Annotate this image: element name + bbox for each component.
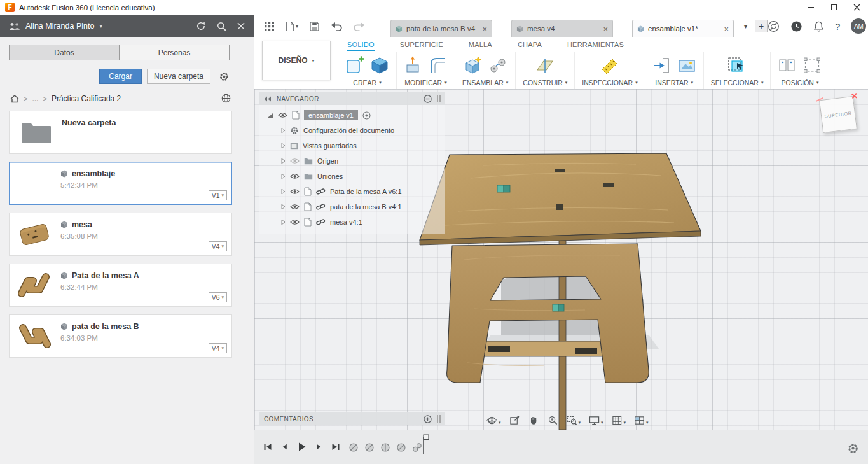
visibility-eye-off-icon[interactable]	[290, 158, 300, 164]
workspace-selector[interactable]: DISEÑO ▾	[262, 41, 331, 80]
doc-tab-pata-b[interactable]: pata de la mesa B v4 ×	[390, 20, 492, 37]
orbit-button[interactable]: ▾	[486, 415, 501, 426]
activate-radio-icon[interactable]	[362, 111, 371, 120]
minimize-panel-button[interactable]	[424, 95, 432, 103]
undo-button[interactable]	[331, 22, 342, 31]
window-close-button[interactable]	[845, 0, 868, 15]
viewports-button[interactable]: ▾	[634, 415, 649, 426]
zoom-window-button[interactable]: ▾	[567, 415, 581, 426]
display-settings-button[interactable]: ▾	[589, 415, 603, 426]
capture-position-button[interactable]	[778, 56, 797, 75]
root-node-label[interactable]: ensamblaje v1	[304, 110, 358, 120]
new-tab-button[interactable]: +	[755, 20, 768, 32]
expand-arrow-icon[interactable]	[281, 127, 286, 134]
timeline-feature-joint[interactable]	[364, 442, 375, 453]
search-button[interactable]	[217, 22, 226, 31]
breadcrumb-ellipsis-button[interactable]: ...	[32, 94, 38, 103]
timeline-feature-joint[interactable]	[348, 442, 359, 453]
upload-button[interactable]: Cargar	[99, 69, 142, 84]
doc-tab-ensamblaje[interactable]: ensamblaje v1* ×	[632, 20, 734, 37]
group-label-insertar[interactable]: INSERTAR ▾	[655, 79, 693, 87]
expand-arrow-icon[interactable]	[281, 143, 286, 149]
panel-drag-handle[interactable]	[437, 95, 441, 102]
viewport-canvas[interactable]: NAVEGADOR	[254, 89, 868, 430]
look-at-button[interactable]	[509, 415, 520, 426]
browser-node-saved-views[interactable]: Vistas guardadas	[259, 138, 445, 153]
zoom-button[interactable]	[548, 415, 558, 426]
user-menu[interactable]: Alina Miranda Pinto ▾	[25, 22, 102, 31]
extension-manager-button[interactable]	[790, 20, 803, 32]
viewcube-top-face[interactable]: SUPERIOR	[824, 110, 852, 119]
close-tab-button[interactable]: ×	[724, 25, 729, 33]
group-label-construir[interactable]: CONSTRUIR ▾	[523, 79, 567, 87]
timeline-feature-joint[interactable]	[380, 442, 390, 453]
group-label-ensamblar[interactable]: ENSAMBLAR ▾	[462, 79, 508, 87]
version-dropdown[interactable]: V6 ▾	[209, 292, 227, 302]
insert-canvas-button[interactable]	[677, 56, 696, 75]
item-card-pata-b[interactable]: pata de la mesa B 6:34:03 PM V4 ▾	[9, 314, 232, 358]
press-pull-button[interactable]	[404, 56, 423, 75]
ribbon-tab-herramientas[interactable]: HERRAMIENTAS	[567, 38, 624, 51]
window-maximize-button[interactable]	[822, 0, 845, 15]
step-back-button[interactable]	[280, 442, 289, 451]
browser-node-mesa[interactable]: mesa v4:1	[259, 214, 445, 230]
folder-card[interactable]: Nueva carpeta	[9, 111, 232, 154]
panel-settings-gear-button[interactable]	[219, 71, 230, 82]
visibility-eye-icon[interactable]	[290, 173, 300, 179]
visibility-eye-icon[interactable]	[290, 188, 300, 195]
browser-node-pata-a[interactable]: Pata de la mesa A v6:1	[259, 184, 445, 199]
group-label-inspeccionar[interactable]: INSPECCIONAR ▾	[582, 79, 637, 87]
expanded-arrow-icon[interactable]	[267, 113, 273, 118]
close-panel-button[interactable]	[237, 22, 245, 30]
go-to-end-button[interactable]	[331, 442, 340, 451]
ribbon-tab-superficie[interactable]: SUPERFICIE	[399, 38, 444, 51]
tab-personas[interactable]: Personas	[120, 45, 230, 60]
new-sketch-button[interactable]	[345, 56, 364, 75]
ribbon-tab-malla[interactable]: MALLA	[468, 38, 493, 51]
notifications-bell-button[interactable]	[813, 20, 824, 32]
file-menu-button[interactable]: ▾	[286, 21, 298, 32]
apps-grid-button[interactable]	[265, 22, 274, 31]
add-comment-button[interactable]	[424, 415, 432, 423]
browser-node-root[interactable]: ensamblaje v1	[259, 108, 445, 123]
expand-arrow-icon[interactable]	[281, 173, 286, 179]
globe-icon-button[interactable]	[221, 94, 231, 103]
step-forward-button[interactable]	[315, 442, 323, 451]
redo-button[interactable]	[354, 22, 365, 31]
extrude-button[interactable]	[370, 56, 389, 75]
grid-layout-button[interactable]: ▾	[612, 415, 626, 426]
job-status-button[interactable]	[768, 20, 780, 32]
construction-plane-button[interactable]	[535, 56, 555, 75]
select-tool-button[interactable]	[727, 56, 747, 75]
version-dropdown[interactable]: V4 ▾	[209, 343, 227, 353]
close-tab-button[interactable]: ×	[482, 25, 487, 33]
group-label-modificar[interactable]: MODIFICAR ▾	[404, 79, 446, 87]
joint-button[interactable]	[488, 56, 507, 75]
item-card-pata-a[interactable]: Pata de la mesa A 6:32:44 PM V6 ▾	[9, 264, 232, 307]
expand-arrow-icon[interactable]	[281, 158, 286, 164]
panel-drag-handle[interactable]	[437, 415, 441, 423]
group-label-seleccionar[interactable]: SELECCIONAR ▾	[711, 79, 764, 87]
close-tab-button[interactable]: ×	[603, 25, 608, 33]
visibility-eye-icon[interactable]	[278, 112, 287, 118]
new-folder-button[interactable]: Nueva carpeta	[147, 69, 210, 84]
browser-node-doc-settings[interactable]: Configuración del documento	[259, 123, 445, 138]
ribbon-tab-solido[interactable]: SOLIDO	[347, 38, 375, 51]
go-to-start-button[interactable]	[263, 442, 272, 451]
expand-arrow-icon[interactable]	[281, 204, 286, 210]
tab-list-button[interactable]: ▾	[744, 23, 747, 30]
visibility-eye-icon[interactable]	[290, 204, 300, 210]
version-dropdown[interactable]: V4 ▾	[209, 241, 227, 251]
browser-node-pata-b[interactable]: pata de la mesa B v4:1	[259, 199, 445, 214]
insert-derive-button[interactable]	[652, 56, 672, 75]
version-dropdown[interactable]: V1 ▾	[209, 190, 227, 200]
revert-position-button[interactable]	[803, 56, 822, 75]
pan-button[interactable]	[528, 415, 539, 426]
new-component-button[interactable]	[464, 56, 483, 75]
home-button[interactable]	[10, 94, 19, 103]
timeline-position-marker[interactable]	[421, 434, 430, 454]
help-button[interactable]: ?	[835, 21, 840, 32]
browser-node-origen[interactable]: Origen	[259, 153, 445, 169]
expand-arrow-icon[interactable]	[281, 219, 286, 225]
item-card-mesa[interactable]: mesa 6:35:08 PM V4 ▾	[9, 213, 232, 256]
